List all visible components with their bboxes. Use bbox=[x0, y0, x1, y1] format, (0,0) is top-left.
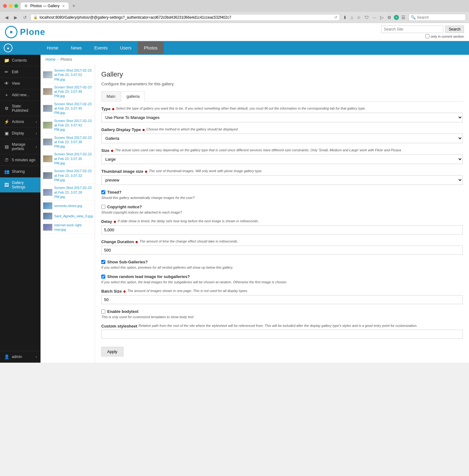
search-site-input[interactable] bbox=[381, 26, 443, 33]
display-arrow: › bbox=[36, 132, 37, 135]
file-item-8[interactable]: Screen Shot 2017-02-23 at Feb 23, 3.07.2… bbox=[41, 184, 95, 201]
file-thumb-7 bbox=[43, 172, 52, 179]
file-item-7[interactable]: Screen Shot 2017-02-23 at Feb 23, 3.07.3… bbox=[41, 167, 95, 184]
size-select[interactable]: Large bbox=[101, 154, 463, 164]
home-icon[interactable]: ⌂ bbox=[349, 14, 354, 21]
file-name-3: Screen Shot 2017-02-23 at Feb 23, 3.07.4… bbox=[54, 102, 92, 115]
copyright-desc: Should copyright notices be attached to … bbox=[101, 210, 463, 214]
display-type-select[interactable]: Galleria bbox=[101, 134, 463, 143]
field-type-label: Type ● Select the type of gallery you wa… bbox=[101, 106, 463, 111]
file-item-4[interactable]: Screen Shot 2017-02-23 at Feb 23, 3.07.4… bbox=[41, 117, 95, 134]
search-site-button[interactable]: Search bbox=[445, 26, 464, 33]
refresh-button[interactable]: ↺ bbox=[21, 14, 29, 21]
sidebar-sharing-label: Sharing bbox=[12, 169, 37, 174]
sidebar-item-time: ⏱ 5 minutes ago bbox=[0, 154, 41, 166]
bookmark-icon[interactable]: ☆ bbox=[356, 14, 362, 21]
field-size: Size ● The actual sizes used can vary de… bbox=[101, 148, 463, 164]
sidebar-item-sharing[interactable]: 👥 Sharing bbox=[0, 166, 41, 177]
enable-bodytext-desc: This is only used for customized templat… bbox=[101, 315, 463, 319]
file-thumb-9 bbox=[43, 202, 52, 209]
display-icon: ▣ bbox=[4, 131, 9, 136]
thumbnail-size-select[interactable]: preview bbox=[101, 175, 463, 185]
sidebar-item-view[interactable]: 👁 View bbox=[0, 78, 41, 89]
settings-icon[interactable]: ⚙ bbox=[386, 14, 393, 21]
sidebar-item-admin[interactable]: 👤 admin › bbox=[0, 351, 41, 363]
url-input[interactable] bbox=[40, 15, 332, 20]
manage-icon: ▤ bbox=[4, 144, 9, 149]
file-item-9[interactable]: sorrento-shore.jpg bbox=[41, 201, 95, 211]
reload-icon[interactable]: ↺ bbox=[334, 15, 337, 20]
file-item-1[interactable]: Screen Shot 2017-02-23 at Feb 23, 3.07.5… bbox=[41, 67, 95, 83]
sidebar-item-actions[interactable]: ⚡ Actions › bbox=[0, 116, 41, 128]
enable-bodytext-label: Enable bodytext bbox=[101, 309, 463, 314]
sidebar-item-gallery-settings[interactable]: 🖼 Gallery Settings bbox=[0, 177, 41, 193]
type-select[interactable]: Use Plone To Manage Images bbox=[101, 113, 463, 122]
file-item-5[interactable]: Screen Shot 2017-02-23 at Feb 23, 3.07.3… bbox=[41, 134, 95, 151]
shield-icon[interactable]: 🛡 bbox=[363, 14, 370, 21]
nav-photos[interactable]: Photos bbox=[138, 42, 164, 54]
nav-news[interactable]: News bbox=[65, 42, 88, 54]
only-current-label[interactable]: only in current section bbox=[425, 34, 464, 38]
custom-stylesheet-input[interactable] bbox=[101, 330, 463, 339]
nav-home[interactable]: Home bbox=[41, 42, 65, 54]
site-icon: ● bbox=[4, 44, 12, 52]
minimize-window-button[interactable] bbox=[9, 4, 12, 8]
file-thumb-2 bbox=[43, 88, 52, 95]
browser-search-input[interactable] bbox=[417, 15, 464, 20]
apply-button[interactable]: Apply bbox=[101, 347, 123, 356]
nav-events[interactable]: Events bbox=[88, 42, 114, 54]
show-subgalleries-checkbox[interactable] bbox=[101, 260, 105, 264]
show-random-label: Show random lead image for subgalleries? bbox=[101, 274, 463, 279]
address-bar[interactable]: 🔒 ↺ bbox=[31, 14, 340, 21]
maximize-window-button[interactable] bbox=[14, 4, 18, 8]
back-button[interactable]: ◀ bbox=[3, 14, 10, 21]
enable-bodytext-checkbox[interactable] bbox=[101, 309, 105, 313]
show-random-checkbox[interactable] bbox=[101, 275, 105, 279]
file-item-3[interactable]: Screen Shot 2017-02-23 at Feb 23, 3.07.4… bbox=[41, 100, 95, 117]
menu-icon[interactable]: ☰ bbox=[400, 14, 407, 21]
field-change-duration: Change Duration ● The amount of time the… bbox=[101, 239, 463, 255]
copyright-checkbox[interactable] bbox=[101, 205, 105, 209]
file-item-10[interactable]: Sant_Agnello_view_0.jpg bbox=[41, 211, 95, 221]
sidebar-item-state[interactable]: ⚙ State: Published bbox=[0, 101, 41, 116]
required-dot-display: ● bbox=[142, 127, 145, 132]
browser-search[interactable]: 🔍 bbox=[409, 14, 466, 21]
sharing-icon: 👥 bbox=[4, 169, 9, 174]
sidebar-item-edit[interactable]: ✏ Edit bbox=[0, 66, 41, 78]
change-duration-input[interactable] bbox=[101, 246, 463, 255]
tab-main[interactable]: Main bbox=[101, 91, 121, 101]
forward-button[interactable]: ▶ bbox=[12, 14, 19, 21]
file-item-11[interactable]: internet work right now.jpg bbox=[41, 221, 95, 234]
sidebar-item-manage-portlets[interactable]: ▤ Manage portlets › bbox=[0, 139, 41, 154]
field-size-label: Size ● The actual sizes used can vary de… bbox=[101, 148, 463, 153]
sidebar-item-display[interactable]: ▣ Display › bbox=[0, 128, 41, 139]
breadcrumb-home[interactable]: Home bbox=[45, 57, 55, 62]
nav-users[interactable]: Users bbox=[114, 42, 138, 54]
download-icon[interactable]: ⬇ bbox=[342, 14, 348, 21]
sidebar-manage-label: Manage portlets bbox=[12, 142, 33, 151]
sidebar-item-contents[interactable]: 📁 Contents bbox=[0, 55, 41, 66]
content-area: Home › Photos Screen Shot 2017-02-23 at … bbox=[41, 55, 469, 363]
batch-size-input[interactable] bbox=[101, 295, 463, 304]
close-tab-icon[interactable]: ✕ bbox=[62, 4, 65, 8]
share-icon[interactable]: ▷ bbox=[379, 14, 385, 21]
file-item-2[interactable]: Screen Shot 2017-02-23 at Feb 23, 3.07.4… bbox=[41, 83, 95, 100]
more-icon[interactable]: ··· bbox=[371, 14, 378, 21]
delay-input[interactable] bbox=[101, 225, 463, 234]
timed-checkbox[interactable] bbox=[101, 190, 105, 194]
add-tab-button[interactable]: + bbox=[71, 3, 76, 9]
file-name-1: Screen Shot 2017-02-23 at Feb 23, 3.07.5… bbox=[54, 68, 92, 82]
tab-galleria[interactable]: galleria bbox=[121, 91, 145, 101]
actions-arrow: › bbox=[36, 120, 37, 124]
file-item-6[interactable]: Screen Shot 2017-02-23 at Feb 23, 3.07.3… bbox=[41, 150, 95, 167]
search-area: Search only in current section bbox=[376, 23, 469, 41]
lock-icon: 🔒 bbox=[33, 15, 38, 19]
sidebar-admin-label: admin bbox=[12, 355, 33, 359]
field-timed: Timed? Should this gallery automatically… bbox=[101, 190, 463, 200]
sidebar-item-add[interactable]: + Add new... bbox=[0, 89, 41, 101]
browser-tab[interactable]: ⚙ Photos — Gallery ✕ bbox=[21, 2, 69, 9]
field-delay: Delay ● If slide show is timed, the dela… bbox=[101, 219, 463, 234]
close-window-button[interactable] bbox=[3, 4, 7, 8]
only-current-checkbox[interactable] bbox=[425, 34, 429, 38]
required-dot-duration: ● bbox=[135, 239, 138, 244]
